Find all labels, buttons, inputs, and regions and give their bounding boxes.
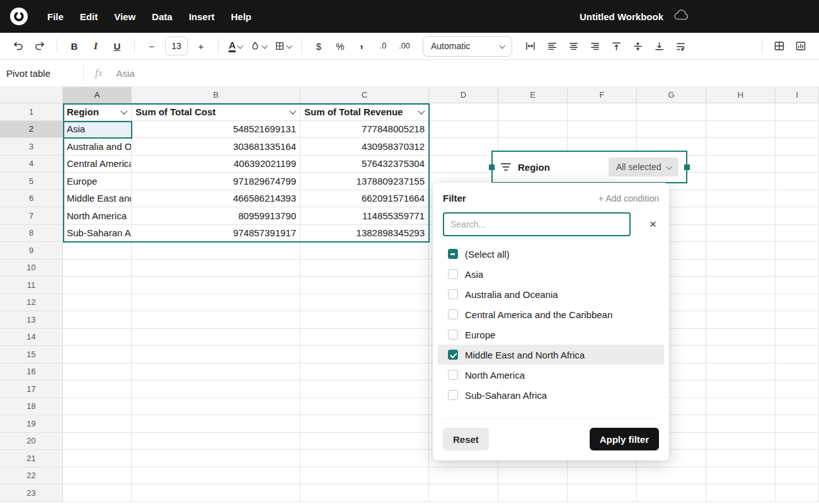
row-header-17[interactable]: 17 (0, 381, 63, 398)
cell-A15[interactable] (63, 346, 132, 364)
bold-button[interactable]: B (65, 37, 84, 55)
decrease-decimals-button[interactable]: .0 (374, 37, 392, 55)
cell-A22[interactable] (63, 467, 132, 485)
vertical-align-top-button[interactable] (607, 37, 626, 55)
cell-I14[interactable] (776, 329, 819, 346)
vertical-align-bottom-button[interactable] (650, 37, 668, 55)
cell-B14[interactable] (132, 329, 301, 346)
row-header-6[interactable]: 6 (0, 190, 63, 208)
number-format-select[interactable]: Automatic (423, 36, 512, 57)
cell-D3[interactable] (429, 138, 498, 156)
checkbox-unchecked-icon[interactable] (448, 370, 458, 380)
column-header-E[interactable]: E (498, 87, 568, 103)
cell-G23[interactable] (637, 484, 706, 502)
filter-option[interactable]: Asia (443, 264, 659, 284)
cell-B8[interactable]: 974857391917 (132, 225, 301, 243)
row-header-16[interactable]: 16 (0, 364, 63, 381)
cell-B9[interactable] (132, 242, 301, 260)
cell-C10[interactable] (301, 260, 429, 277)
text-color-button[interactable]: A (226, 37, 245, 55)
cell-H7[interactable] (706, 207, 776, 225)
cell-B19[interactable] (132, 415, 301, 433)
font-size-value[interactable]: 13 (165, 37, 188, 55)
row-header-19[interactable]: 19 (0, 415, 63, 433)
cell-C9[interactable] (301, 242, 429, 260)
checkbox-unchecked-icon[interactable] (448, 309, 458, 319)
cell-A20[interactable] (63, 433, 132, 450)
cell-I2[interactable] (776, 121, 819, 139)
row-header-7[interactable]: 7 (0, 207, 63, 225)
cell-H13[interactable] (706, 311, 776, 329)
cell-B15[interactable] (132, 346, 301, 364)
cell-I12[interactable] (776, 294, 819, 312)
workbook-title[interactable]: Untitled Workbook (580, 11, 663, 22)
filter-option[interactable]: Europe (443, 324, 659, 345)
cell-C13[interactable] (301, 311, 429, 329)
row-header-5[interactable]: 5 (0, 173, 63, 190)
cell-C23[interactable] (301, 484, 429, 502)
cell-B18[interactable] (132, 398, 301, 416)
cell-H9[interactable] (706, 242, 776, 260)
font-size-decrease-button[interactable]: − (142, 37, 161, 55)
column-header-G[interactable]: G (637, 87, 706, 103)
cell-H20[interactable] (706, 433, 776, 450)
cell-I21[interactable] (776, 450, 819, 467)
filter-option[interactable]: Middle East and North Africa (438, 345, 664, 365)
undo-button[interactable] (9, 37, 28, 55)
row-header-22[interactable]: 22 (0, 467, 63, 485)
cell-C3[interactable]: 430958370312 (301, 138, 429, 156)
cell-A6[interactable]: Middle East and North Africa (63, 190, 132, 208)
currency-format-button[interactable]: $ (309, 37, 328, 55)
filter-option[interactable]: (Select all) (443, 244, 659, 264)
cell-C21[interactable] (301, 450, 429, 467)
column-header-A[interactable]: A (63, 87, 132, 103)
row-header-20[interactable]: 20 (0, 433, 63, 450)
checkbox-checked-icon[interactable] (448, 350, 458, 360)
row-header-9[interactable]: 9 (0, 242, 63, 260)
cell-I18[interactable] (776, 398, 819, 416)
row-header-11[interactable]: 11 (0, 277, 63, 294)
underline-button[interactable]: U (108, 37, 127, 55)
cell-A19[interactable] (63, 415, 132, 433)
checkbox-unchecked-icon[interactable] (448, 329, 458, 340)
cell-H5[interactable] (706, 173, 776, 190)
apply-filter-button[interactable]: Apply filter (590, 428, 659, 450)
cell-C1[interactable]: Sum of Total Revenue (301, 103, 429, 121)
cell-F1[interactable] (568, 103, 637, 121)
cell-H22[interactable] (706, 467, 776, 485)
cell-I13[interactable] (776, 311, 819, 329)
cell-E2[interactable] (498, 121, 568, 139)
cell-B1[interactable]: Sum of Total Cost (132, 103, 301, 121)
cell-I16[interactable] (776, 364, 819, 381)
cell-B13[interactable] (132, 311, 301, 329)
reset-button[interactable]: Reset (443, 428, 489, 450)
row-header-1[interactable]: 1 (0, 103, 63, 121)
cell-A11[interactable] (63, 277, 132, 294)
drag-handle-left[interactable] (489, 164, 495, 170)
add-condition-button[interactable]: + Add condition (598, 193, 659, 203)
align-left-button[interactable] (542, 37, 561, 55)
chevron-down-icon[interactable] (120, 107, 127, 114)
cell-I6[interactable] (776, 190, 819, 208)
cell-D4[interactable] (429, 156, 498, 173)
cell-B17[interactable] (132, 381, 301, 398)
cell-E22[interactable] (498, 467, 568, 485)
cell-A9[interactable] (63, 242, 132, 260)
drag-handle-right[interactable] (684, 164, 690, 170)
cell-I7[interactable] (776, 207, 819, 225)
text-wrap-button[interactable] (671, 37, 690, 55)
cell-H2[interactable] (706, 121, 776, 139)
cell-C20[interactable] (301, 433, 429, 450)
redo-button[interactable] (30, 37, 49, 55)
cell-B20[interactable] (132, 433, 301, 450)
row-header-3[interactable]: 3 (0, 138, 63, 156)
column-header-C[interactable]: C (301, 87, 429, 103)
cell-E23[interactable] (498, 484, 568, 502)
cell-I1[interactable] (776, 103, 819, 121)
cell-A10[interactable] (63, 260, 132, 277)
cell-C4[interactable]: 576432375304 (301, 156, 429, 173)
row-header-2[interactable]: 2 (0, 121, 63, 139)
cell-A23[interactable] (63, 484, 132, 502)
cell-I3[interactable] (776, 138, 819, 156)
cell-I8[interactable] (776, 225, 819, 243)
